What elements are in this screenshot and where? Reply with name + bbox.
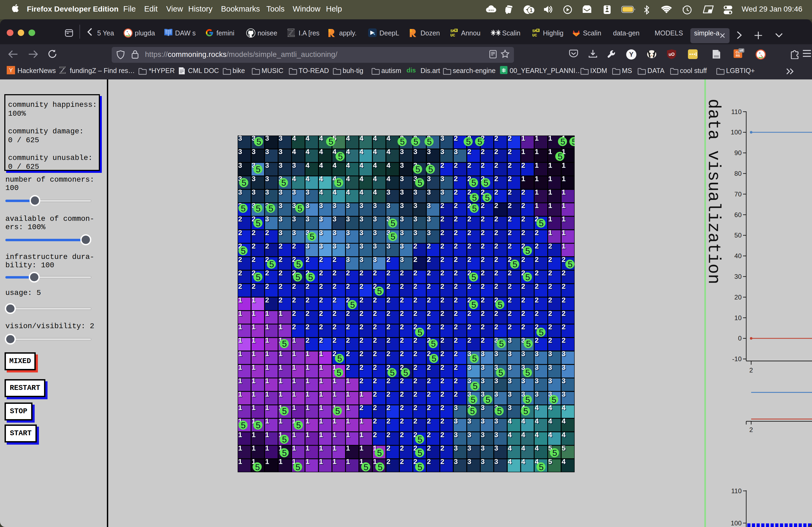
svg-text:2: 2 — [467, 229, 471, 237]
svg-text:5: 5 — [269, 204, 273, 213]
svg-text:2: 2 — [467, 323, 471, 331]
svg-text:2: 2 — [387, 296, 390, 304]
svg-text:3: 3 — [508, 350, 512, 358]
svg-text:2: 2 — [279, 296, 283, 304]
svg-text:2: 2 — [251, 255, 256, 264]
svg-text:2: 2 — [494, 136, 498, 142]
svg-text:40: 40 — [735, 252, 742, 259]
svg-text:2: 2 — [400, 444, 404, 452]
svg-text:2: 2 — [454, 350, 458, 358]
svg-text:3: 3 — [251, 175, 256, 183]
svg-text:3: 3 — [400, 215, 404, 223]
svg-text:5: 5 — [364, 462, 368, 472]
svg-text:5: 5 — [414, 137, 418, 147]
svg-text:2: 2 — [360, 296, 364, 304]
svg-text:3: 3 — [481, 377, 485, 385]
svg-text:4: 4 — [360, 175, 364, 183]
svg-text:4: 4 — [548, 404, 552, 412]
svg-text:5: 5 — [432, 353, 437, 363]
svg-text:5: 5 — [256, 204, 261, 213]
svg-text:5: 5 — [526, 339, 531, 349]
svg-text:5: 5 — [561, 137, 565, 147]
svg-text:3: 3 — [251, 148, 256, 156]
svg-text:5: 5 — [242, 178, 246, 187]
svg-text:2: 2 — [427, 457, 431, 466]
svg-text:1: 1 — [548, 161, 552, 169]
svg-text:2: 2 — [454, 229, 458, 237]
svg-text:2: 2 — [454, 363, 458, 371]
svg-text:2: 2 — [251, 242, 256, 250]
svg-text:3: 3 — [279, 148, 283, 156]
svg-text:2: 2 — [319, 336, 323, 344]
svg-text:30: 30 — [735, 273, 742, 280]
svg-text:3: 3 — [481, 444, 485, 452]
svg-text:2: 2 — [427, 431, 431, 439]
svg-text:4: 4 — [508, 417, 512, 425]
svg-text:1: 1 — [251, 377, 256, 385]
svg-text:2: 2 — [279, 269, 283, 277]
svg-text:3: 3 — [319, 215, 323, 223]
svg-text:4: 4 — [360, 136, 364, 142]
svg-text:3: 3 — [467, 417, 471, 425]
svg-text:4: 4 — [360, 188, 364, 196]
svg-text:2: 2 — [440, 444, 445, 452]
svg-text:2: 2 — [414, 269, 418, 277]
svg-text:3: 3 — [494, 417, 498, 425]
svg-text:5: 5 — [308, 272, 313, 282]
svg-text:5: 5 — [281, 178, 286, 187]
svg-text:3: 3 — [494, 377, 498, 385]
svg-text:4: 4 — [319, 188, 323, 196]
svg-text:3: 3 — [562, 363, 566, 371]
svg-text:5: 5 — [296, 272, 301, 282]
svg-text:1: 1 — [562, 201, 566, 210]
svg-text:1: 1 — [251, 310, 256, 317]
svg-text:2: 2 — [494, 269, 498, 277]
svg-text:5: 5 — [337, 353, 342, 363]
svg-text:1: 1 — [279, 457, 283, 466]
svg-text:2: 2 — [454, 282, 458, 290]
svg-text:2: 2 — [400, 390, 404, 398]
svg-text:1: 1 — [535, 188, 539, 196]
svg-text:3: 3 — [508, 377, 512, 385]
svg-text:5: 5 — [282, 435, 287, 445]
svg-text:5: 5 — [470, 406, 475, 416]
svg-text:1: 1 — [238, 390, 242, 398]
svg-text:3: 3 — [494, 431, 498, 439]
svg-text:1: 1 — [292, 390, 296, 398]
svg-text:3: 3 — [414, 148, 418, 156]
svg-text:2: 2 — [360, 310, 364, 317]
svg-text:1: 1 — [251, 390, 256, 398]
svg-text:1: 1 — [306, 404, 309, 412]
svg-text:2: 2 — [440, 242, 445, 250]
svg-text:4: 4 — [292, 136, 296, 142]
svg-text:2: 2 — [481, 242, 485, 250]
svg-text:4: 4 — [373, 136, 377, 142]
svg-text:2: 2 — [427, 444, 431, 452]
svg-text:3: 3 — [481, 457, 485, 466]
svg-text:1: 1 — [548, 175, 552, 183]
svg-text:2: 2 — [494, 215, 498, 223]
svg-text:2: 2 — [387, 444, 390, 452]
svg-text:4: 4 — [292, 175, 296, 183]
svg-text:110: 110 — [731, 487, 742, 495]
svg-text:3: 3 — [400, 161, 404, 169]
svg-text:5: 5 — [539, 219, 544, 228]
svg-text:2: 2 — [238, 215, 242, 223]
svg-text:2: 2 — [427, 377, 431, 385]
svg-text:3: 3 — [521, 377, 525, 385]
svg-text:2: 2 — [454, 296, 458, 304]
svg-text:3: 3 — [346, 201, 350, 210]
svg-text:2: 2 — [306, 336, 309, 344]
svg-text:5: 5 — [568, 259, 573, 269]
svg-text:2: 2 — [440, 282, 445, 290]
svg-text:2: 2 — [440, 229, 445, 237]
svg-text:2: 2 — [319, 255, 323, 264]
svg-text:2: 2 — [414, 404, 418, 412]
svg-text:2: 2 — [400, 350, 404, 358]
svg-text:5: 5 — [418, 448, 422, 458]
svg-text:2: 2 — [440, 350, 445, 358]
svg-text:110: 110 — [731, 108, 742, 115]
svg-text:5: 5 — [418, 328, 422, 337]
svg-text:1: 1 — [279, 310, 283, 317]
svg-text:3: 3 — [481, 404, 485, 412]
